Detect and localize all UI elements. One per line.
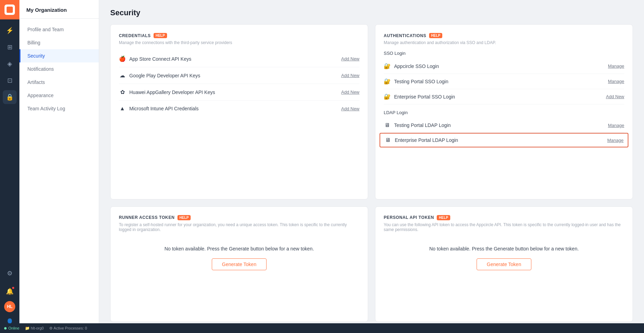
runner-token-title: RUNNER ACCESS TOKEN (119, 215, 175, 220)
authentications-help-badge[interactable]: HELP (429, 33, 443, 38)
enterprise-ldap-label: Enterprise Portal LDAP Login (395, 137, 458, 143)
huawei-icon: ✿ (119, 89, 126, 95)
intune-icon: ▲ (119, 105, 126, 112)
personal-token-header: PERSONAL API TOKEN HELP You can use the … (384, 215, 624, 232)
notification-nav-icon[interactable]: 🔔 (3, 284, 17, 298)
credential-row-huawei: ✿ Huawei AppGallery Developer API Keys A… (119, 84, 359, 101)
googleplay-add-new[interactable]: Add New (341, 73, 359, 78)
auth-row-enterprise-ldap: 🖥 Enterprise Portal LDAP Login Manage (380, 133, 628, 147)
settings-nav-icon[interactable]: ⚙ (3, 266, 17, 280)
page-title: Security (110, 8, 633, 17)
notification-dot (12, 287, 15, 289)
intune-add-new[interactable]: Add New (341, 106, 359, 111)
credentials-subtitle: Manage the connections with the third-pa… (119, 40, 359, 45)
sidebar-item-appearance[interactable]: Appearance (19, 89, 99, 102)
sidebar-item-notifications[interactable]: Notifications (19, 62, 99, 76)
testing-sso-label: Testing Portal SSO Login (394, 79, 448, 84)
auth-row-testing-ldap: 🖥 Testing Portal LDAP Login Manage (384, 118, 624, 133)
build-nav-icon[interactable]: ⚡ (3, 24, 17, 37)
personal-token-subtitle: You can use the following API token to a… (384, 222, 624, 232)
sidebar-item-artifacts[interactable]: Artifacts (19, 76, 99, 89)
runner-token-header: RUNNER ACCESS TOKEN HELP To register a s… (119, 215, 359, 232)
credential-row-appstore: 🍎 App Store Connect API Keys Add New (119, 51, 359, 67)
enterprise-sso-icon: 🔐 (384, 93, 391, 100)
personal-token-card: PERSONAL API TOKEN HELP You can use the … (375, 206, 633, 322)
sidebar-item-team-activity-log[interactable]: Team Activity Log (19, 102, 99, 115)
auth-row-appcircle-sso: 🔐 Appcircle SSO Login Manage (384, 59, 624, 74)
sidebar-item-profile-team[interactable]: Profile and Team (19, 23, 99, 36)
runner-token-generate-button[interactable]: Generate Token (212, 258, 266, 270)
personal-token-title: PERSONAL API TOKEN (384, 215, 434, 220)
main-content: Security CREDENTIALS HELP Manage the con… (99, 0, 644, 333)
auth-row-enterprise-sso: 🔐 Enterprise Portal SSO Login Add New (384, 89, 624, 104)
app-logo[interactable] (0, 0, 19, 19)
store-nav-icon[interactable]: ⊡ (3, 74, 17, 87)
sso-section-label: SSO Login (384, 51, 624, 56)
googleplay-label: Google Play Developer API Keys (129, 73, 200, 78)
enterprise-sso-label: Enterprise Portal SSO Login (394, 94, 455, 100)
runner-token-subtitle: To register a self-hosted runner for you… (119, 222, 359, 232)
testing-ldap-label: Testing Portal LDAP Login (394, 122, 451, 128)
runner-token-card: RUNNER ACCESS TOKEN HELP To register a s… (110, 206, 368, 322)
deploy-nav-icon[interactable]: ◈ (3, 57, 17, 71)
authentications-card: AUTHENTICATIONS HELP Manage authenticati… (375, 24, 633, 199)
dashboard-nav-icon[interactable]: ⊞ (3, 40, 17, 54)
credential-row-intune: ▲ Microsoft Intune API Credentials Add N… (119, 101, 359, 117)
icon-sidebar: ⚡ ⊞ ◈ ⊡ 🔒 ⚙ 🔔 HL 👤 (0, 0, 19, 333)
org-label: 📁 hlt-org0 (25, 326, 44, 331)
content-area: CREDENTIALS HELP Manage the connections … (99, 24, 644, 333)
enterprise-ldap-manage[interactable]: Manage (607, 138, 624, 143)
huawei-add-new[interactable]: Add New (341, 89, 359, 95)
security-nav-icon[interactable]: 🔒 (3, 90, 17, 104)
sidebar-nav: Profile and Team Billing Security Notifi… (19, 19, 99, 119)
appstore-add-new[interactable]: Add New (341, 56, 359, 61)
sidebar-item-billing[interactable]: Billing (19, 36, 99, 49)
enterprise-ldap-icon: 🖥 (384, 137, 391, 143)
online-label: Online (8, 326, 19, 330)
sidebar-header: My Organization (19, 0, 99, 19)
main-sidebar: My Organization Profile and Team Billing… (19, 0, 99, 333)
googleplay-icon: ☁ (119, 72, 126, 79)
page-header: Security (99, 0, 644, 24)
runner-token-help-badge[interactable]: HELP (177, 215, 191, 220)
runner-token-no-token-text: No token available. Press the Generate b… (119, 238, 359, 258)
appcircle-sso-label: Appcircle SSO Login (394, 63, 439, 69)
credentials-header: CREDENTIALS HELP Manage the connections … (119, 33, 359, 45)
apple-icon: 🍎 (119, 56, 126, 62)
testing-ldap-manage[interactable]: Manage (608, 123, 624, 128)
testing-ldap-icon: 🖥 (384, 122, 391, 128)
credentials-card: CREDENTIALS HELP Manage the connections … (110, 24, 368, 199)
credentials-help-badge[interactable]: HELP (154, 33, 167, 38)
personal-token-help-badge[interactable]: HELP (437, 215, 450, 220)
authentications-header: AUTHENTICATIONS HELP Manage authenticati… (384, 33, 624, 45)
auth-row-testing-sso: 🔐 Testing Portal SSO Login Manage (384, 74, 624, 89)
sidebar-item-security[interactable]: Security (19, 49, 99, 62)
active-processes: ⚙ Active Processes: 0 (49, 326, 87, 331)
online-dot (4, 327, 7, 330)
online-status: Online (4, 326, 19, 330)
appstore-label: App Store Connect API Keys (129, 56, 191, 62)
authentications-subtitle: Manage authentication and authorization … (384, 40, 624, 45)
credentials-title: CREDENTIALS (119, 33, 151, 38)
huawei-label: Huawei AppGallery Developer API Keys (129, 89, 215, 95)
intune-label: Microsoft Intune API Credentials (129, 106, 199, 111)
personal-token-no-token-text: No token available. Press the Generate b… (384, 238, 624, 258)
appcircle-sso-icon: 🔐 (384, 63, 391, 69)
enterprise-sso-add-new[interactable]: Add New (606, 94, 624, 99)
ldap-section-label: LDAP Login (384, 110, 624, 115)
credential-row-googleplay: ☁ Google Play Developer API Keys Add New (119, 67, 359, 84)
authentications-title: AUTHENTICATIONS (384, 33, 426, 38)
personal-token-generate-button[interactable]: Generate Token (477, 258, 531, 270)
appcircle-sso-manage[interactable]: Manage (608, 63, 624, 69)
testing-sso-icon: 🔐 (384, 78, 391, 85)
testing-sso-manage[interactable]: Manage (608, 79, 624, 84)
user-avatar[interactable]: HL (4, 301, 15, 312)
status-bar: Online 📁 hlt-org0 ⚙ Active Processes: 0 (0, 323, 644, 333)
